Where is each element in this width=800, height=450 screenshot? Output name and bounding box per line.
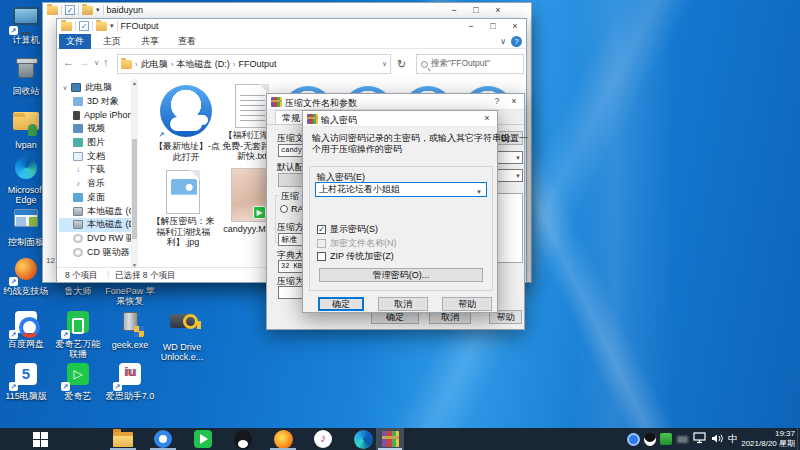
dialog-close-icon[interactable]: ×: [507, 96, 521, 106]
taskbar-winrar[interactable]: [376, 428, 404, 450]
sidebar-item-dvd-drive[interactable]: DVD RW 驱动器: [59, 232, 131, 246]
option-combo[interactable]: ▼: [495, 169, 523, 182]
desktop-icon-iqiyi-lianbo[interactable]: ↗ 爱奇艺万能联播: [52, 309, 104, 359]
115-icon: 5: [15, 363, 37, 385]
file-jpg[interactable]: 【解压密码：来福利江湖找福利】.jpg: [151, 170, 215, 248]
shortcut-arrow-icon: ↗: [61, 330, 70, 339]
sidebar-item-desktop[interactable]: 桌面: [59, 191, 131, 205]
desktop-icon-geek[interactable]: geek.exe: [104, 309, 156, 350]
qat-properties-icon[interactable]: ✓: [79, 21, 89, 31]
minimize-button[interactable]: −: [460, 19, 482, 34]
sidebar-item-cd-drive[interactable]: CD 驱动器 (G:): [59, 245, 131, 259]
scrollbar-thumb[interactable]: [132, 139, 137, 239]
sidebar-item-documents[interactable]: 文档: [59, 149, 131, 163]
address-bar[interactable]: › 此电脑› 本地磁盘 (D:)› FFOutput ∨: [117, 54, 391, 74]
sidebar-item-downloads[interactable]: ↓下载: [59, 163, 131, 177]
tray-aisi-icon[interactable]: [627, 433, 640, 446]
split-combo[interactable]: [278, 286, 304, 299]
taskbar-qq-browser[interactable]: [143, 428, 183, 450]
close-button[interactable]: ×: [487, 3, 509, 18]
password-input[interactable]: 上村花论坛看小姐姐 ▼: [315, 182, 487, 197]
qat-customize-icon[interactable]: ▾: [110, 22, 114, 30]
dict-combo[interactable]: 32 KB: [278, 260, 304, 273]
shortcut-arrow-icon: ↗: [9, 330, 18, 339]
sidebar-item-drive-c[interactable]: 本地磁盘 (C:): [59, 204, 131, 218]
qat-new-folder-icon[interactable]: [96, 22, 107, 31]
sidebar-item-this-pc[interactable]: ∨此电脑: [59, 81, 131, 95]
up-icon[interactable]: ↑: [103, 56, 109, 68]
help-icon[interactable]: ?: [511, 36, 522, 47]
breadcrumb-drive-d[interactable]: 本地磁盘 (D:): [173, 58, 233, 71]
taskbar-itunes[interactable]: ♪: [303, 428, 343, 450]
dialog-titlebar[interactable]: 输入密码 ×: [303, 111, 497, 127]
help-button[interactable]: 帮助: [442, 297, 492, 311]
desktop-icon-iqiyi[interactable]: ▷↗ 爱奇艺: [52, 361, 104, 401]
clock[interactable]: 19:37 2021/8/20 星期五: [737, 429, 795, 450]
breadcrumb-ffoutput[interactable]: FFOutput: [236, 59, 280, 69]
taskbar-qq[interactable]: [223, 428, 263, 450]
desktop-icon-baidu-pan[interactable]: ↗ 百度网盘: [0, 309, 52, 349]
taskbar-iqiyi-player[interactable]: [183, 428, 223, 450]
sidebar-item-apple-iphone[interactable]: Apple iPhone: [59, 108, 131, 122]
manage-passwords-button[interactable]: 管理密码(O)...: [319, 268, 483, 282]
sidebar-item-drive-d[interactable]: 本地磁盘 (D:): [59, 218, 131, 232]
desktop-icon-115[interactable]: 5↗ 115电脑版: [0, 361, 52, 401]
qat-customize-icon[interactable]: ▾: [96, 6, 100, 14]
dialog-titlebar[interactable]: 压缩文件名和参数 ? ×: [267, 94, 524, 110]
profile-button[interactable]: [278, 173, 304, 187]
tray-utility-icon[interactable]: [676, 435, 689, 444]
tray-volume-icon[interactable]: [711, 430, 724, 448]
back-icon[interactable]: ←: [63, 56, 74, 68]
archive-name-input[interactable]: candyy: [278, 144, 304, 157]
forward-icon[interactable]: →: [79, 56, 90, 68]
start-button[interactable]: [16, 428, 64, 450]
tray-green-app-icon[interactable]: [660, 433, 672, 445]
tab-share[interactable]: 共享: [134, 34, 166, 49]
sidebar-item-pictures[interactable]: 图片: [59, 136, 131, 150]
sidebar-scrollbar[interactable]: ▲ ▼: [131, 79, 138, 269]
taskbar-explorer[interactable]: [103, 428, 143, 450]
sidebar-item-music[interactable]: ♪音乐: [59, 177, 131, 191]
tray-qq-icon[interactable]: [644, 433, 656, 446]
window-controls: − □ ×: [460, 19, 526, 34]
desktop-icon-wd-unlock[interactable]: WD DriveUnlock.e...: [156, 309, 208, 362]
close-button[interactable]: ×: [504, 19, 526, 34]
refresh-icon[interactable]: ↻: [397, 58, 406, 71]
breadcrumb-this-pc[interactable]: 此电脑: [138, 58, 171, 71]
ribbon-collapse-icon[interactable]: ∨: [500, 37, 506, 46]
dialog-help-icon[interactable]: ?: [490, 96, 504, 106]
time: 19:37: [737, 429, 795, 439]
update-mode-combo[interactable]: ▼: [495, 151, 523, 164]
dropdown-icon[interactable]: ▼: [476, 186, 482, 197]
tab-home[interactable]: 主页: [96, 34, 128, 49]
tab-file[interactable]: 文件: [59, 34, 91, 49]
qat-new-folder-icon[interactable]: [82, 6, 93, 15]
sidebar-item-3d-objects[interactable]: 3D 对象: [59, 95, 131, 109]
tray-network-icon[interactable]: [693, 430, 707, 448]
minimize-button[interactable]: −: [443, 3, 465, 18]
rar-radio[interactable]: RA: [280, 204, 304, 214]
maximize-button[interactable]: □: [482, 19, 504, 34]
address-dropdown-icon[interactable]: ∨: [382, 60, 387, 68]
desktop-icon-aisi[interactable]: ↗ 爱思助手7.0: [104, 361, 156, 401]
cancel-button[interactable]: 取消: [378, 297, 428, 311]
titlebar[interactable]: ✓ ▾ FFOutput − □ ×: [57, 19, 526, 35]
zip-legacy-checkbox[interactable]: ZIP 传统加密(Z): [317, 250, 394, 263]
scroll-up-icon[interactable]: ▲: [132, 80, 137, 86]
sidebar-item-videos[interactable]: 视频: [59, 122, 131, 136]
dialog-close-icon[interactable]: ×: [480, 113, 494, 123]
tab-view[interactable]: 查看: [171, 34, 203, 49]
ok-button[interactable]: 确定: [318, 297, 364, 311]
qat-properties-icon[interactable]: ✓: [65, 5, 75, 15]
recent-dropdown-icon[interactable]: ∨: [94, 59, 99, 67]
method-combo[interactable]: 标准: [278, 233, 304, 246]
options-listbox[interactable]: [495, 193, 523, 263]
iqiyi-player-icon: [67, 311, 89, 333]
qq-browser-icon: [154, 430, 172, 448]
maximize-button[interactable]: □: [465, 3, 487, 18]
taskbar-firefox[interactable]: [263, 428, 303, 450]
search-input[interactable]: 搜索"FFOutput": [416, 54, 524, 74]
show-password-checkbox[interactable]: ✓ 显示密码(S): [317, 223, 378, 236]
titlebar[interactable]: ✓ ▾ baiduyun − □ ×: [43, 3, 531, 19]
file-qq-shortcut[interactable]: ↗ 【最新地址】-点此打开: [154, 84, 218, 162]
